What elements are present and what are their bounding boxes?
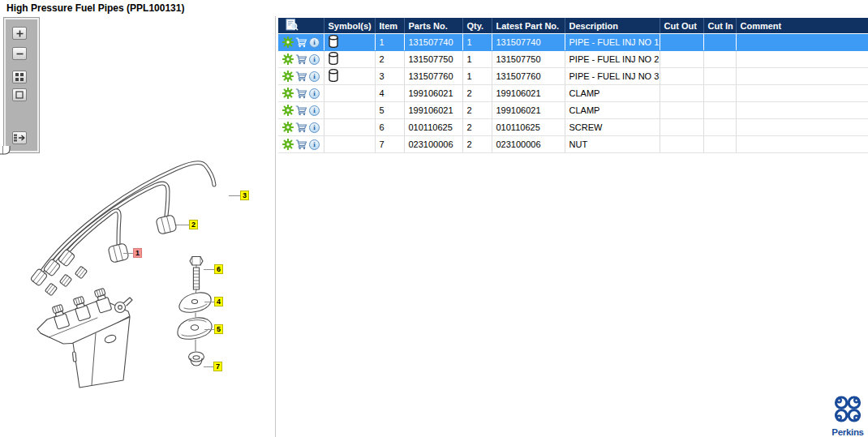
zoom-in-button[interactable] xyxy=(12,27,27,40)
panel-arrow-icon xyxy=(14,134,25,142)
cart-icon[interactable] xyxy=(295,54,307,65)
description-cell: PIPE - FUEL INJ NO 1 CY xyxy=(565,34,660,51)
info-icon[interactable]: i xyxy=(309,37,320,48)
gear-icon[interactable] xyxy=(282,71,294,82)
parts-no-cell: 131507750 xyxy=(404,51,462,68)
cart-icon[interactable] xyxy=(295,37,307,48)
table-row[interactable]: i41991060212199106021CLAMP xyxy=(278,85,868,102)
item-cell: 4 xyxy=(375,85,404,102)
cut-out-cell xyxy=(660,85,703,102)
cut-in-cell xyxy=(703,51,736,68)
plus-icon xyxy=(16,30,24,37)
table-row[interactable]: i 21315077501131507750PIPE - FUEL INJ NO… xyxy=(278,51,868,68)
column-header-qty: Qty. xyxy=(462,18,492,34)
column-header-cut-out: Cut Out xyxy=(660,18,703,34)
toggle-parts-panel-button[interactable] xyxy=(12,131,27,144)
callout-leader-line xyxy=(123,253,133,254)
zoom-out-button[interactable] xyxy=(12,47,27,60)
description-cell: PIPE - FUEL INJ NO 2 CY xyxy=(565,51,660,68)
info-icon[interactable]: i xyxy=(309,105,320,116)
qty-cell: 1 xyxy=(462,68,492,85)
description-cell: CLAMP xyxy=(565,102,660,119)
table-row[interactable]: i51991060212199106021CLAMP xyxy=(278,102,868,119)
parts-no-cell: 131507740 xyxy=(404,34,462,51)
latest-part-no-cell: 131507760 xyxy=(492,68,565,85)
callout-label-2[interactable]: 2 xyxy=(189,220,198,229)
minus-icon xyxy=(16,50,24,58)
cut-out-cell xyxy=(660,102,703,119)
cut-in-cell xyxy=(703,136,736,153)
column-header-symbols: Symbol(s) xyxy=(324,18,375,34)
info-icon[interactable]: i xyxy=(309,88,320,99)
callout-label-1[interactable]: 1 xyxy=(133,248,142,258)
item-cell: 3 xyxy=(375,68,404,85)
parts-no-cell: 010110625 xyxy=(404,119,462,136)
description-cell: PIPE - FUEL INJ NO 3 CY xyxy=(565,68,660,85)
comment-cell xyxy=(736,119,868,136)
callout-label-3[interactable]: 3 xyxy=(240,191,249,200)
gear-icon[interactable] xyxy=(282,88,294,99)
callout-label-6[interactable]: 6 xyxy=(214,264,223,274)
callout-label-7[interactable]: 7 xyxy=(213,362,222,371)
diagram-toolbar xyxy=(4,18,39,152)
callout-leader-line xyxy=(204,302,214,302)
item-cell: 2 xyxy=(375,51,404,68)
cut-in-cell xyxy=(703,119,736,136)
exploded-view-drawing xyxy=(0,146,276,397)
comment-cell xyxy=(736,85,868,102)
comment-cell xyxy=(736,136,868,153)
info-icon[interactable]: i xyxy=(309,122,320,133)
cylinder-icon xyxy=(329,52,338,65)
column-header-cut-in: Cut In xyxy=(703,18,736,34)
info-icon[interactable]: i xyxy=(309,71,320,82)
item-cell: 6 xyxy=(375,119,404,136)
cart-icon[interactable] xyxy=(295,71,307,82)
perkins-logo-text: Perkins xyxy=(830,427,866,437)
table-row[interactable]: i60101106252010110625SCREW xyxy=(278,119,868,136)
latest-part-no-cell: 131507750 xyxy=(492,51,565,68)
gear-icon[interactable] xyxy=(282,122,294,133)
gear-icon[interactable] xyxy=(282,36,294,48)
qty-cell: 2 xyxy=(462,119,492,136)
cart-icon[interactable] xyxy=(295,105,307,116)
table-row[interactable]: i 31315077601131507760PIPE - FUEL INJ NO… xyxy=(278,68,868,85)
callout-label-5[interactable]: 5 xyxy=(214,324,223,334)
cut-out-cell xyxy=(660,68,703,85)
tile-view-button[interactable] xyxy=(12,71,27,84)
parts-table: Symbol(s) Item Parts No. Qty. Latest Par… xyxy=(278,18,868,153)
fit-view-button[interactable] xyxy=(12,88,27,101)
cart-icon[interactable] xyxy=(295,139,307,150)
latest-part-no-cell: 010110625 xyxy=(492,119,565,136)
column-header-item: Item xyxy=(375,18,404,34)
gear-icon[interactable] xyxy=(282,105,294,116)
callout-leader-line xyxy=(204,269,214,270)
column-header-preview xyxy=(278,18,324,34)
cart-icon[interactable] xyxy=(295,88,307,99)
perkins-logo: Perkins xyxy=(830,394,866,437)
callout-leader-line xyxy=(176,225,189,225)
cart-icon[interactable] xyxy=(295,122,307,133)
table-row[interactable]: i70231000062023100006NUT xyxy=(278,136,868,153)
page-title: High Pressure Fuel Pipes (PPL100131) xyxy=(6,2,184,14)
gear-icon[interactable] xyxy=(282,139,294,150)
info-icon[interactable]: i xyxy=(309,54,320,65)
gear-icon[interactable] xyxy=(282,54,294,65)
item-cell: 5 xyxy=(375,102,404,119)
diagram-panel[interactable]: 1234567 xyxy=(0,146,276,397)
column-header-latest-part-no: Latest Part No. xyxy=(492,18,565,34)
preview-document-icon[interactable] xyxy=(286,19,299,31)
cut-in-cell xyxy=(703,34,736,51)
parts-no-cell: 199106021 xyxy=(404,102,462,119)
column-header-description: Description xyxy=(565,18,660,34)
callout-label-4[interactable]: 4 xyxy=(214,297,223,306)
latest-part-no-cell: 199106021 xyxy=(492,85,565,102)
description-cell: CLAMP xyxy=(565,85,660,102)
info-icon[interactable]: i xyxy=(309,139,320,150)
table-row[interactable]: i 11315077401131507740PIPE - FUEL INJ NO… xyxy=(278,34,868,51)
panel-divider xyxy=(275,16,276,437)
parts-table-body: i 11315077401131507740PIPE - FUEL INJ NO… xyxy=(278,34,868,153)
callout-leader-line xyxy=(229,195,240,196)
table-header-row: Symbol(s) Item Parts No. Qty. Latest Par… xyxy=(278,18,868,34)
cut-out-cell xyxy=(660,136,703,153)
qty-cell: 1 xyxy=(462,34,492,51)
